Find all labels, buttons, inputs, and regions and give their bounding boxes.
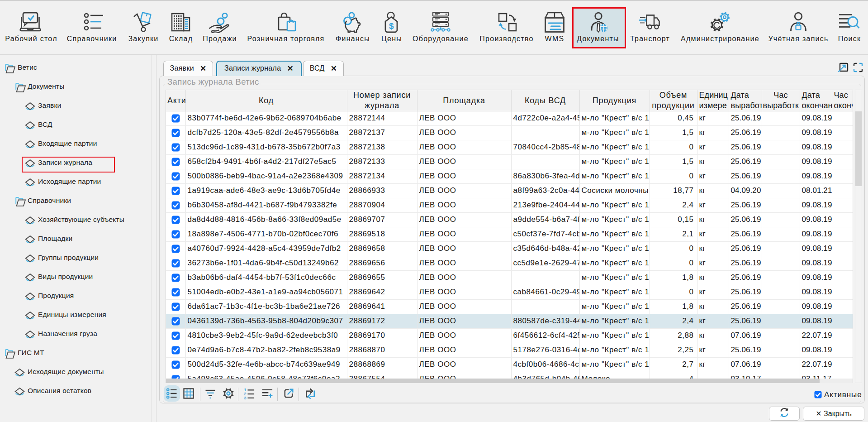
svg-text:$: $ [389,21,394,31]
svg-text:3: 3 [244,395,246,400]
